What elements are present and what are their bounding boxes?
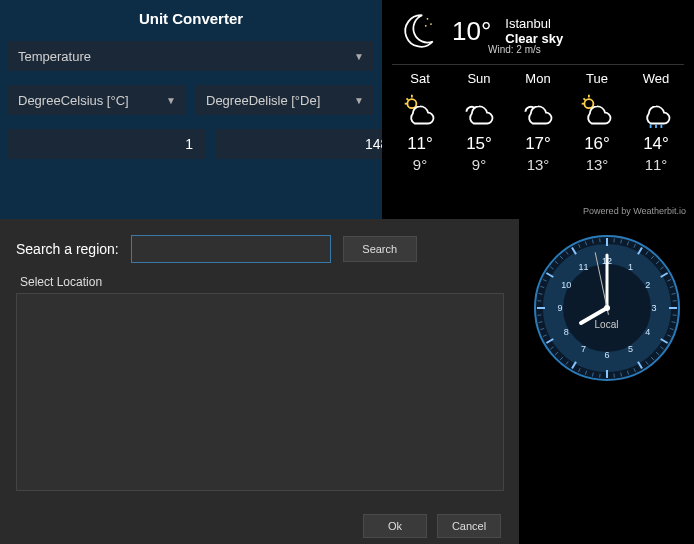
svg-point-2 [425,25,427,27]
forecast-day-name: Sun [467,71,490,86]
svg-point-3 [407,99,416,108]
svg-text:2: 2 [645,280,650,290]
forecast-low: 13° [527,156,550,173]
chevron-down-icon: ▼ [354,95,364,106]
svg-text:11: 11 [578,262,588,272]
svg-line-10 [584,98,586,100]
svg-text:5: 5 [627,344,632,354]
ok-button[interactable]: Ok [363,514,427,538]
to-unit-value: DegreeDelisle [°De] [206,93,320,108]
rain-icon [638,92,674,128]
category-select[interactable]: Temperature ▼ [8,41,374,71]
svg-text:1: 1 [627,262,632,272]
select-location-label: Select Location [16,275,503,289]
forecast-day-name: Mon [525,71,550,86]
weather-panel: 10° Istanbul Clear sky Wind: 2 m/s Sat11… [382,0,694,219]
forecast-day-name: Sat [410,71,430,86]
chevron-down-icon: ▼ [354,51,364,62]
search-input[interactable] [131,235,331,263]
svg-text:10: 10 [561,280,571,290]
svg-point-1 [430,23,432,25]
search-button[interactable]: Search [343,236,417,262]
forecast-day: Mon17°13° [510,71,566,173]
from-unit-value: DegreeCelsius [°C] [18,93,129,108]
now-wind: Wind: 2 m/s [488,44,541,55]
forecast-day: Tue16°13° [569,71,625,173]
forecast-day: Sun15°9° [451,71,507,173]
now-temp: 10° [452,16,491,47]
cloudy-icon [520,92,556,128]
forecast-high: 17° [525,134,551,154]
from-unit-select[interactable]: DegreeCelsius [°C] ▼ [8,85,186,115]
cancel-button[interactable]: Cancel [437,514,501,538]
forecast-day: Sat11°9° [392,71,448,173]
to-unit-select[interactable]: DegreeDelisle [°De] ▼ [196,85,374,115]
svg-point-92 [604,305,610,311]
search-label: Search a region: [16,241,119,257]
location-listbox[interactable] [16,293,504,491]
forecast-day-name: Wed [643,71,670,86]
now-city: Istanbul [505,16,563,31]
svg-text:7: 7 [580,344,585,354]
forecast-high: 14° [643,134,669,154]
svg-point-0 [427,18,429,20]
svg-text:6: 6 [604,350,609,360]
clock-label: Local [595,319,619,330]
forecast-low: 11° [645,156,668,173]
clock-panel: 123456789101112 Local [519,219,694,544]
forecast-low: 9° [413,156,427,173]
moon-icon [396,10,438,52]
category-value: Temperature [18,49,91,64]
forecast-day-name: Tue [586,71,608,86]
partly-cloudy-day-icon [402,92,438,128]
forecast-low: 13° [586,156,609,173]
converter-title: Unit Converter [8,10,374,27]
partly-cloudy-day-icon [579,92,615,128]
region-search-dialog: Search a region: Search Select Location … [0,219,519,544]
svg-line-6 [407,98,409,100]
unit-converter-panel: Unit Converter Temperature ▼ DegreeCelsi… [0,0,382,219]
analog-clock: 123456789101112 Local [532,233,682,383]
forecast-row: Sat11°9°Sun15°9°Mon17°13°Tue16°13°Wed14°… [392,64,684,173]
forecast-low: 9° [472,156,486,173]
svg-text:4: 4 [645,327,650,337]
svg-text:9: 9 [557,303,562,313]
svg-text:3: 3 [651,303,656,313]
from-value-input[interactable] [8,129,205,159]
forecast-high: 11° [407,134,433,154]
cloudy-icon [461,92,497,128]
svg-text:8: 8 [563,327,568,337]
chevron-down-icon: ▼ [166,95,176,106]
svg-point-7 [584,99,593,108]
forecast-day: Wed14°11° [628,71,684,173]
weather-attribution: Powered by Weatherbit.io [583,206,686,216]
forecast-high: 16° [584,134,610,154]
forecast-high: 15° [466,134,492,154]
